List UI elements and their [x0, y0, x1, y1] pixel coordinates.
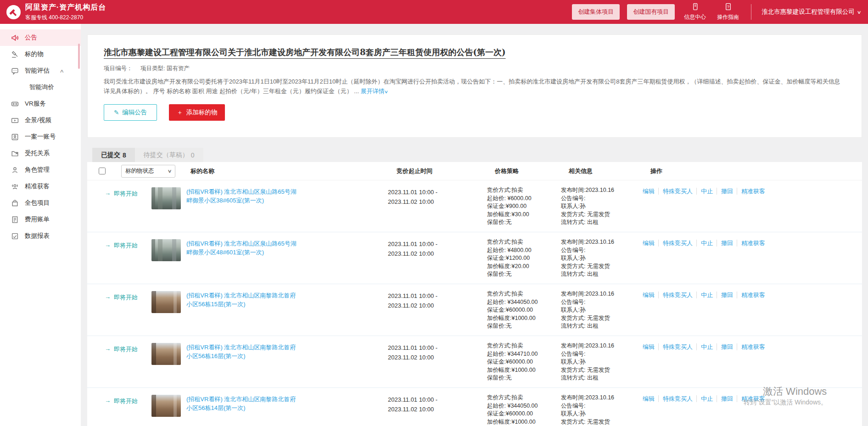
withdraw-link[interactable]: 撤回	[717, 188, 733, 195]
special-bidder-link[interactable]: 特殊竞买人	[658, 188, 693, 195]
info-line: 发布时间:2023.10.16	[561, 238, 643, 247]
arrow-right-icon: →	[105, 190, 111, 198]
sidebar-item-precision-marketing[interactable]: 精准获客	[0, 178, 81, 195]
price-line: 保留价:无	[487, 219, 561, 227]
header-actions: 创建集体项目 创建国有项目 信息中心 ? 操作指南	[572, 3, 868, 21]
sidebar-item-smart-inquiry[interactable]: 智能询价	[0, 79, 81, 95]
sidebar-item-auction-targets[interactable]: 标的物	[0, 46, 81, 62]
chevron-up-icon: ∧	[59, 68, 64, 73]
withdraw-link[interactable]: 撤回	[717, 240, 733, 247]
add-target-label: 添加标的物	[186, 108, 218, 117]
precision-marketing-link[interactable]: 精准获客	[737, 188, 765, 195]
edit-link[interactable]: 编辑	[643, 395, 655, 402]
sidebar-item-role-management[interactable]: 角色管理	[0, 162, 81, 178]
price-strategy: 竞价方式:拍卖起始价: ¥344050.00保证金:¥60000.00加价幅度:…	[487, 394, 561, 426]
company-account-dropdown[interactable]: 淮北市惠黎建设工程管理有限公司 ∨	[762, 8, 861, 16]
price-line: 保留价:无	[487, 270, 561, 279]
folder-icon	[11, 150, 19, 157]
special-bidder-link[interactable]: 特殊竞买人	[658, 343, 693, 350]
pencil-icon: ✎	[114, 109, 119, 116]
sidebar: 公告 标的物 智能评估 ∧ 智能询价	[0, 24, 81, 426]
add-target-button[interactable]: ＋ 添加标的物	[169, 104, 225, 121]
price-line: 保证金:¥1200.00	[487, 254, 561, 263]
bidding-start-time: 2023.11.01 10:00 -	[388, 343, 487, 353]
targets-table: 标的物状态 ∨ 标的名称 竞价起止时间 价格策略 相关信息 操作 → 即将开始 …	[87, 162, 862, 426]
price-line: 保留价:无	[487, 374, 561, 382]
target-status-filter-dropdown[interactable]: 标的物状态 ∨	[121, 165, 175, 178]
sidebar-item-panorama-video[interactable]: 全景/视频	[0, 112, 81, 129]
svg-text:?: ?	[727, 4, 729, 9]
select-all-checkbox[interactable]	[99, 168, 106, 174]
withdraw-link[interactable]: 撤回	[717, 395, 733, 402]
special-bidder-link[interactable]: 特殊竞买人	[658, 395, 693, 402]
target-status: → 即将开始	[105, 394, 151, 405]
target-name-link[interactable]: (招租VR看样) 淮北市相山区南黎路北首府小区56栋15层(第一次)	[186, 290, 301, 308]
sidebar-item-label: 智能询价	[29, 83, 54, 91]
row-operations: 编辑特殊竞买人中止撤回精准获客	[643, 342, 862, 351]
sidebar-item-one-case-one-account[interactable]: 一案一账号	[0, 129, 81, 145]
price-line: 保留价:无	[487, 322, 561, 331]
speaker-icon	[11, 34, 19, 42]
target-name-link[interactable]: (招租VR看样) 淮北市相山区南黎路北首府小区56栋16层(第一次)	[186, 342, 301, 360]
target-thumbnail[interactable]	[151, 343, 181, 365]
sidebar-item-data-reports[interactable]: 数据报表	[0, 228, 81, 244]
message-center[interactable]: 信息中心	[684, 3, 706, 21]
expand-details-link[interactable]: 展开详情∨	[361, 88, 388, 95]
precision-marketing-link[interactable]: 精准获客	[737, 240, 765, 247]
sidebar-item-vr-service[interactable]: VR服务	[0, 95, 81, 112]
table-row: → 即将开始 (招租VR看样) 淮北市相山区南黎路北首府小区56栋15层(第一次…	[87, 284, 862, 336]
price-line: 保证金:¥60000.00	[487, 410, 561, 418]
sidebar-item-entrustment-relations[interactable]: 受托关系	[0, 145, 81, 162]
target-thumbnail[interactable]	[151, 395, 181, 417]
target-thumbnail[interactable]	[151, 291, 181, 313]
suspend-link[interactable]: 中止	[696, 188, 713, 195]
edit-link[interactable]: 编辑	[643, 240, 655, 247]
bag-icon	[11, 199, 19, 207]
edit-link[interactable]: 编辑	[643, 291, 655, 298]
sidebar-item-announcements[interactable]: 公告	[0, 29, 81, 46]
target-thumbnail[interactable]	[151, 239, 181, 261]
target-thumbnail[interactable]	[151, 187, 181, 209]
status-label: 即将开始	[114, 293, 138, 302]
suspend-link[interactable]: 中止	[696, 291, 713, 298]
suspend-link[interactable]: 中止	[696, 343, 713, 350]
edit-link[interactable]: 编辑	[643, 188, 655, 195]
sidebar-item-expense-bills[interactable]: 费用账单	[0, 211, 81, 228]
price-line: 起始价: ¥344710.00	[487, 350, 561, 359]
target-name-link[interactable]: (招租VR看样) 淮北市相山区泉山路65号湖畔御景小区38#605室(第一次)	[186, 186, 301, 205]
edit-announcement-button[interactable]: ✎ 编辑公告	[104, 104, 157, 121]
precision-marketing-link[interactable]: 精准获客	[737, 291, 765, 298]
company-name: 淮北市惠黎建设工程管理有限公司	[762, 8, 855, 16]
create-state-owned-project-button[interactable]: 创建国有项目	[627, 4, 675, 20]
withdraw-link[interactable]: 撤回	[717, 343, 733, 350]
column-header-operations: 操作	[650, 167, 862, 175]
sidebar-scrollbar-thumb[interactable]	[78, 44, 80, 69]
price-strategy: 竞价方式:拍卖起始价: ¥6000.00保证金:¥900.00加价幅度:¥30.…	[487, 186, 561, 227]
tab-submitted-label: 已提交	[101, 151, 120, 159]
sidebar-item-full-package-projects[interactable]: 全包项目	[0, 195, 81, 211]
operation-guide[interactable]: ? 操作指南	[717, 3, 739, 21]
people-icon	[11, 183, 19, 191]
withdraw-link[interactable]: 撤回	[717, 291, 733, 298]
sidebar-item-smart-evaluation[interactable]: 智能评估 ∧	[0, 62, 81, 79]
tab-submitted[interactable]: 已提交 8	[92, 148, 135, 162]
price-line: 竞价方式:拍卖	[487, 238, 561, 247]
target-name-link[interactable]: (招租VR看样) 淮北市相山区南黎路北首府小区56栋14层(第一次)	[186, 394, 301, 412]
precision-marketing-link[interactable]: 精准获客	[737, 343, 765, 350]
tab-draft-count: 0	[191, 151, 195, 159]
tab-draft-label: 待提交（草稿）	[144, 151, 189, 159]
special-bidder-link[interactable]: 特殊竞买人	[658, 291, 693, 298]
gavel-icon	[11, 50, 19, 58]
target-name-link[interactable]: (招租VR看样) 淮北市相山区泉山路65号湖畔御景小区48#601室(第一次)	[186, 238, 301, 257]
edit-link[interactable]: 编辑	[643, 343, 655, 350]
status-label: 即将开始	[114, 397, 138, 405]
suspend-link[interactable]: 中止	[696, 240, 713, 247]
price-line: 加价幅度:¥1000.00	[487, 366, 561, 375]
create-collective-project-button[interactable]: 创建集体项目	[572, 4, 620, 20]
sidebar-item-label: 全包项目	[25, 199, 50, 207]
special-bidder-link[interactable]: 特殊竞买人	[658, 240, 693, 247]
price-line: 保证金:¥60000.00	[487, 306, 561, 314]
suspend-link[interactable]: 中止	[696, 395, 713, 402]
tab-draft[interactable]: 待提交（草稿） 0	[135, 148, 203, 162]
announcement-card: 淮北市惠黎建设工程管理有限公司关于淮北市建设房地产开发有限公司8套房产三年租赁使…	[87, 34, 862, 138]
